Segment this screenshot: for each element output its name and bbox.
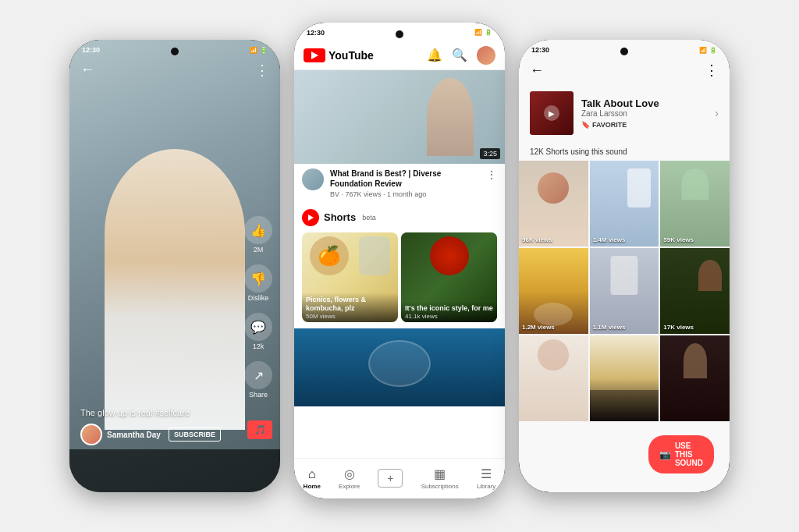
white-figure [610, 256, 637, 295]
share-action[interactable]: ↗ Share [244, 361, 272, 399]
library-label: Library [477, 483, 495, 490]
phone-1: 12:30 📶 🔋 ← ⋮ 👍 2M 👎 Dislike [69, 40, 280, 492]
nav-home[interactable]: ⌂ Home [304, 467, 321, 490]
bottom-nav-2: ⌂ Home ◎ Explore + ▦ Subscriptions ☰ Lib… [294, 458, 505, 498]
green-figure [681, 168, 708, 200]
person-silhouette [427, 78, 474, 156]
view-count: 767K views [346, 190, 382, 198]
video-info: What Brand is Best? | Diverse Foundation… [294, 164, 505, 203]
camera-icon: 📷 [659, 449, 671, 460]
skater-figure [627, 168, 651, 207]
phone-2-screen: 12:30 📶 🔋 YouTube 🔔 🔍 [294, 23, 505, 498]
nav-library[interactable]: ☰ Library [477, 466, 495, 490]
back-button-3[interactable]: ← [530, 62, 544, 79]
status-icons: 📶 🔋 [250, 47, 268, 54]
dislike-label: Dislike [248, 294, 269, 302]
nav-explore[interactable]: ◎ Explore [339, 466, 360, 490]
grid-item-2[interactable]: 1.4M views [590, 161, 659, 246]
youtube-logo-icon [304, 48, 325, 62]
pool-figure [368, 340, 431, 387]
views-4: 1.2M views [522, 324, 555, 331]
time-2: 12:30 [307, 29, 325, 37]
shorts-beta: beta [362, 214, 376, 222]
pool-video-thumbnail[interactable] [294, 328, 505, 406]
decorative-glass [359, 236, 390, 275]
shorts-label: Shorts [324, 211, 356, 223]
dislike-icon: 👎 [244, 264, 272, 293]
time-3: 12:30 [531, 46, 549, 54]
share-icon: ↗ [244, 361, 272, 389]
figure-9 [684, 343, 707, 378]
grid-item-5[interactable]: 1.1M views [590, 248, 659, 334]
views-6: 17K views [663, 324, 694, 331]
add-button[interactable]: + [378, 469, 403, 488]
notification-icon[interactable]: 🔔 [427, 48, 442, 62]
back-button[interactable]: ← [80, 62, 94, 78]
comment-action[interactable]: 💬 12k [244, 313, 272, 350]
video-thumbnail[interactable]: 3:25 [294, 70, 505, 164]
shorts-views-2: 41.1k views [405, 313, 493, 321]
thumb-8 [590, 335, 659, 421]
subscriptions-icon: ▦ [434, 466, 446, 481]
favorite-button[interactable]: 🔖 FAVORITE [581, 121, 707, 129]
comment-count: 12k [253, 342, 265, 350]
channel-avatar[interactable] [302, 168, 324, 190]
upload-age: 1 month ago [387, 190, 426, 198]
shorts-card-1[interactable]: 🍊 Picnics, flowers & kombucha, plz 50M v… [302, 232, 398, 322]
thumb-3 [660, 161, 730, 246]
more-button-3[interactable]: ⋮ [705, 62, 719, 79]
shorts-bottom-info: The glow up is real #selfcare Samantha D… [80, 408, 233, 445]
shorts-grid: 🍊 Picnics, flowers & kombucha, plz 50M v… [302, 232, 497, 322]
status-icons-3: 📶 🔋 [699, 47, 717, 54]
status-icons-2: 📶 🔋 [474, 29, 492, 36]
phone-2: 12:30 📶 🔋 YouTube 🔔 🔍 [294, 23, 505, 498]
search-icon[interactable]: 🔍 [452, 48, 467, 62]
grid-item-9[interactable] [660, 335, 730, 421]
shorts-card-title-2: It's the iconic style, for me 41.1k view… [401, 301, 497, 321]
phone-1-screen: 12:30 📶 🔋 ← ⋮ 👍 2M 👎 Dislike [69, 40, 280, 492]
youtube-logo: YouTube [304, 48, 374, 62]
header-icons: 🔔 🔍 [427, 46, 495, 65]
video-subtitle: BV · 767K views · 1 month ago [330, 190, 480, 198]
decorative-fruit: 🍊 [310, 236, 349, 275]
face-figure-1 [538, 172, 569, 204]
explore-label: Explore [339, 483, 360, 490]
shorts-card-2[interactable]: It's the iconic style, for me 41.1k view… [401, 232, 497, 322]
sound-grid-row1: 96K views 1.4M views 59K views [519, 161, 730, 246]
flower-circle [430, 236, 469, 275]
comment-icon: 💬 [244, 313, 272, 341]
grid-item-4[interactable]: 1.2M views [519, 248, 588, 334]
avatar [80, 424, 102, 445]
youtube-header: YouTube 🔔 🔍 [294, 40, 505, 70]
more-button[interactable]: ⋮ [255, 62, 269, 79]
user-avatar[interactable] [477, 46, 495, 65]
subscribe-button[interactable]: SUBSCRIBE [169, 427, 221, 442]
explore-icon: ◎ [344, 466, 355, 481]
music-button[interactable]: 🎵 [247, 420, 272, 439]
bookmark-icon: 🔖 [581, 121, 590, 129]
sound-details: Talk About Love Zara Larsson 🔖 FAVORITE [581, 98, 707, 129]
channel-name: BV [330, 190, 339, 198]
play-icon: ▶ [549, 109, 555, 118]
grid-item-3[interactable]: 59K views [660, 161, 730, 246]
sunset-glow [534, 303, 573, 326]
sound-grid-row2: 1.2M views 1.1M views 17K views [519, 248, 730, 334]
like-action[interactable]: 👍 2M [244, 216, 272, 254]
use-sound-button[interactable]: 📷 USE THIS SOUND [648, 435, 714, 473]
bottom-nav [69, 449, 280, 492]
dislike-action[interactable]: 👎 Dislike [244, 264, 272, 302]
video-caption: The glow up is real #selfcare [80, 408, 233, 417]
home-label: Home [304, 483, 321, 490]
use-sound-label: USE THIS SOUND [675, 442, 703, 467]
nav-subscriptions[interactable]: ▦ Subscriptions [421, 466, 459, 490]
video-more-icon[interactable]: ⋮ [486, 168, 497, 181]
grid-item-6[interactable]: 17K views [660, 248, 730, 334]
video-duration: 3:25 [480, 148, 500, 159]
grid-item-1[interactable]: 96K views [519, 161, 588, 246]
person-figure [105, 149, 245, 430]
youtube-wordmark: YouTube [328, 49, 374, 62]
grid-item-7[interactable] [519, 335, 588, 421]
video-meta: What Brand is Best? | Diverse Foundation… [330, 168, 480, 198]
grid-item-8[interactable] [590, 335, 659, 421]
nav-create[interactable]: + [378, 469, 403, 488]
